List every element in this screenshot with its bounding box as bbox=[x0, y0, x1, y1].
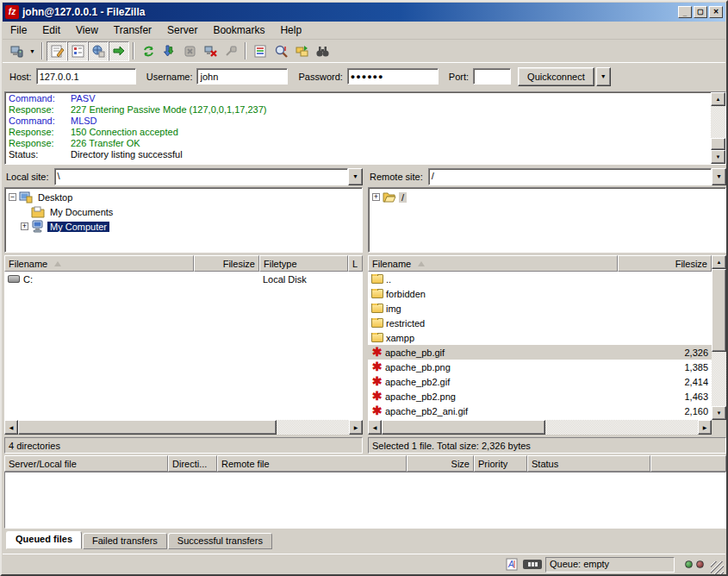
refresh-button[interactable] bbox=[138, 41, 159, 61]
column-header-filetype[interactable]: Filetype bbox=[259, 255, 348, 272]
local-scroll-thumb[interactable] bbox=[18, 420, 277, 435]
menu-edit[interactable]: Edit bbox=[34, 22, 68, 38]
column-header-lastmodified[interactable]: L bbox=[348, 255, 363, 272]
reconnect-button[interactable] bbox=[221, 41, 241, 61]
expand-icon[interactable]: + bbox=[21, 222, 28, 230]
scroll-down-icon[interactable]: ▼ bbox=[712, 406, 726, 420]
column-header-direction[interactable]: Directi... bbox=[168, 455, 217, 472]
local-scroll-track[interactable] bbox=[18, 420, 349, 435]
scroll-up-icon[interactable]: ▲ bbox=[712, 255, 726, 269]
find-files-button[interactable] bbox=[312, 41, 333, 61]
tree-item-root[interactable]: + / bbox=[369, 190, 725, 204]
process-queue-button[interactable] bbox=[159, 41, 179, 61]
tree-item-my-computer[interactable]: + My Computer bbox=[5, 219, 362, 234]
close-button[interactable]: ✕ bbox=[709, 6, 723, 18]
menu-transfer[interactable]: Transfer bbox=[106, 22, 159, 38]
directory-comparison-button[interactable] bbox=[271, 41, 291, 61]
column-header-remote-file[interactable]: Remote file bbox=[217, 455, 407, 472]
scroll-left-icon[interactable]: ◀ bbox=[368, 420, 382, 435]
remote-file-row[interactable]: ✱apache_pb2_ani.gif 2,160 bbox=[368, 404, 712, 418]
chevron-down-icon[interactable]: ▼ bbox=[348, 168, 363, 185]
tab-successful-transfers[interactable]: Successful transfers bbox=[168, 533, 272, 549]
expand-icon[interactable]: + bbox=[372, 193, 380, 201]
queue-list[interactable] bbox=[4, 472, 726, 529]
tab-failed-transfers[interactable]: Failed transfers bbox=[83, 533, 167, 549]
remote-hscroll-track[interactable] bbox=[382, 420, 698, 435]
tree-item-label-selected: My Computer bbox=[47, 222, 109, 232]
column-header-priority[interactable]: Priority bbox=[474, 455, 527, 472]
tree-item-my-documents[interactable]: My Documents bbox=[5, 204, 362, 219]
remote-vertical-scrollbar[interactable]: ▲ ▼ bbox=[712, 255, 726, 420]
host-input[interactable] bbox=[36, 68, 136, 85]
speed-limits-icon[interactable] bbox=[523, 560, 542, 569]
disconnect-button[interactable] bbox=[200, 41, 221, 61]
column-header-filesize[interactable]: Filesize bbox=[194, 255, 259, 272]
local-site-value[interactable]: \ bbox=[54, 168, 348, 185]
column-header-status[interactable]: Status bbox=[527, 455, 650, 472]
maximize-button[interactable]: ▢ bbox=[694, 6, 707, 18]
password-input[interactable] bbox=[347, 68, 439, 85]
column-header-server-local-file[interactable]: Server/Local file bbox=[4, 455, 168, 472]
collapse-icon[interactable]: − bbox=[9, 193, 16, 201]
scroll-down-icon[interactable]: ▼ bbox=[711, 150, 725, 164]
queue-status-text: Queue: empty bbox=[550, 559, 609, 569]
tree-item-desktop[interactable]: − Desktop bbox=[5, 190, 362, 204]
remote-horizontal-scrollbar[interactable]: ◀ ▶ bbox=[368, 420, 712, 435]
toolbar: ▼ bbox=[3, 40, 725, 62]
tab-queued-files[interactable]: Queued files bbox=[6, 531, 82, 549]
column-header-filesize[interactable]: Filesize bbox=[618, 255, 712, 272]
directory-filters-button[interactable] bbox=[250, 41, 271, 61]
remote-file-row[interactable]: restricted bbox=[368, 316, 712, 330]
column-header-filename[interactable]: Filename bbox=[368, 255, 618, 272]
toggle-remote-tree-button[interactable] bbox=[88, 41, 109, 61]
remote-hscroll-thumb[interactable] bbox=[382, 420, 545, 435]
remote-file-row[interactable]: ✱apache_pb2.png 1,463 bbox=[368, 389, 712, 404]
log-scrollbar[interactable]: ▲ ▼ bbox=[711, 92, 725, 164]
minimize-button[interactable]: _ bbox=[678, 6, 692, 18]
menu-view[interactable]: View bbox=[68, 22, 106, 38]
column-header-filename[interactable]: Filename bbox=[4, 255, 194, 272]
port-input[interactable] bbox=[473, 68, 511, 85]
remote-file-row[interactable]: xampp bbox=[368, 330, 712, 345]
column-header-size[interactable]: Size bbox=[407, 455, 474, 472]
remote-site-combo[interactable]: / ▼ bbox=[428, 168, 726, 185]
scroll-left-icon[interactable]: ◀ bbox=[4, 420, 18, 435]
local-file-row[interactable]: C: Local Disk bbox=[4, 272, 363, 286]
log-scroll-thumb[interactable] bbox=[711, 138, 725, 150]
remote-file-row[interactable]: .. bbox=[368, 272, 712, 286]
menu-file[interactable]: File bbox=[3, 22, 34, 38]
site-manager-button[interactable] bbox=[6, 41, 27, 61]
image-file-icon: ✱ bbox=[371, 361, 383, 373]
scroll-up-icon[interactable]: ▲ bbox=[711, 92, 725, 106]
remote-site-value[interactable]: / bbox=[428, 168, 712, 185]
synchronized-browsing-button[interactable] bbox=[291, 41, 312, 61]
remote-file-row[interactable]: ✱apache_pb.png 1,385 bbox=[368, 360, 712, 374]
local-horizontal-scrollbar[interactable]: ◀ ▶ bbox=[4, 420, 363, 435]
quickconnect-button[interactable]: Quickconnect bbox=[518, 67, 594, 86]
quickconnect-dropdown[interactable]: ▼ bbox=[596, 67, 611, 86]
remote-file-row[interactable]: forbidden bbox=[368, 286, 712, 301]
scroll-right-icon[interactable]: ▶ bbox=[349, 420, 363, 435]
resize-grip[interactable] bbox=[711, 561, 724, 574]
remote-vscroll-thumb[interactable] bbox=[712, 269, 726, 352]
cancel-button[interactable] bbox=[179, 41, 200, 61]
toggle-local-tree-button[interactable] bbox=[67, 41, 88, 61]
remote-file-row[interactable]: img bbox=[368, 301, 712, 316]
remote-file-row[interactable]: ✱apache_pb2.gif 2,414 bbox=[368, 374, 712, 389]
menu-help[interactable]: Help bbox=[272, 22, 309, 38]
toggle-message-log-button[interactable] bbox=[47, 41, 67, 61]
image-file-icon: ✱ bbox=[371, 376, 383, 387]
log-scroll-track[interactable] bbox=[711, 106, 725, 150]
menu-bookmarks[interactable]: Bookmarks bbox=[205, 22, 272, 38]
remote-vscroll-track[interactable] bbox=[712, 269, 726, 406]
site-manager-dropdown[interactable]: ▼ bbox=[27, 41, 38, 61]
toggle-transfer-queue-button[interactable] bbox=[109, 41, 129, 61]
remote-file-row-selected[interactable]: ✱apache_pb.gif 2,326 bbox=[368, 345, 712, 360]
menu-server[interactable]: Server bbox=[159, 22, 205, 38]
username-input[interactable] bbox=[196, 68, 288, 85]
queue-tabs: Queued files Failed transfers Successful… bbox=[4, 531, 726, 549]
local-site-combo[interactable]: \ ▼ bbox=[54, 168, 363, 185]
chevron-down-icon[interactable]: ▼ bbox=[712, 168, 726, 185]
scroll-right-icon[interactable]: ▶ bbox=[698, 420, 712, 435]
file-name: C: bbox=[23, 274, 33, 285]
